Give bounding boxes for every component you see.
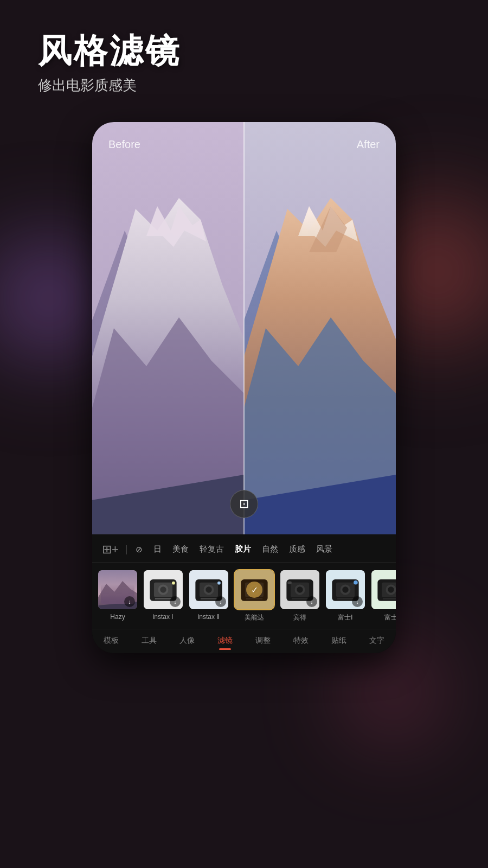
- compare-handle[interactable]: ⊡: [230, 490, 258, 518]
- filter-thumb-fushi2: ↓: [370, 569, 396, 610]
- filter-selected-check: ✓: [246, 582, 262, 598]
- svg-rect-35: [337, 598, 354, 599]
- main-title: 风格滤镜: [38, 33, 450, 69]
- tab-separator: |: [123, 544, 130, 555]
- svg-rect-16: [217, 582, 221, 585]
- svg-point-7: [160, 587, 166, 593]
- nav-label-adjust: 调整: [255, 636, 271, 646]
- label-before: Before: [108, 138, 140, 151]
- filter-item-instax1[interactable]: ↓ instax Ⅰ: [142, 569, 184, 622]
- filter-item-instax2[interactable]: ↓ instax Ⅱ: [188, 569, 230, 622]
- nav-label-filter: 滤镜: [217, 636, 233, 646]
- filter-label-instax2: instax Ⅱ: [198, 613, 220, 621]
- image-compare-area[interactable]: Before After ⊡: [92, 122, 396, 534]
- nav-item-tools[interactable]: 工具: [130, 635, 168, 646]
- filter-label-hazy: Hazy: [110, 613, 125, 621]
- svg-rect-22: [246, 598, 262, 599]
- svg-point-34: [342, 587, 348, 593]
- nav-item-template[interactable]: 模板: [92, 635, 130, 646]
- svg-rect-42: [383, 598, 396, 599]
- nav-item-effects[interactable]: 特效: [282, 635, 320, 646]
- header: 风格滤镜 修出电影质感美: [0, 0, 488, 106]
- nav-item-adjust[interactable]: 调整: [244, 635, 282, 646]
- filter-thumb-meida: ✓: [234, 569, 275, 610]
- filter-item-fushi2[interactable]: ↓ 富士: [370, 569, 396, 622]
- filter-label-instax1: instax Ⅰ: [153, 613, 174, 621]
- tab-no-filter[interactable]: ⊘: [130, 542, 148, 557]
- svg-rect-28: [292, 598, 308, 599]
- svg-point-14: [206, 587, 211, 593]
- nav-label-sticker: 贴纸: [331, 636, 346, 646]
- filter-thumb-fushi1: ↓: [325, 569, 366, 610]
- filter-thumb-inner-fushi2: [371, 570, 396, 609]
- filter-tabs: ⊞+ | ⊘ 日 美食 轻复古 胶片 自然 质感 风景: [92, 534, 396, 563]
- svg-point-36: [354, 580, 358, 585]
- nav-label-effects: 特效: [293, 636, 309, 646]
- filter-thumb-instax2: ↓: [188, 569, 229, 610]
- filter-item-fushi1[interactable]: ↓ 富士Ⅰ: [324, 569, 367, 622]
- nav-item-filter[interactable]: 滤镜: [206, 635, 244, 646]
- tab-day[interactable]: 日: [148, 542, 167, 557]
- nav-label-text: 文字: [369, 636, 384, 646]
- nav-item-sticker[interactable]: 贴纸: [320, 635, 358, 646]
- sub-title: 修出电影质感美: [38, 76, 450, 95]
- nav-item-text[interactable]: 文字: [358, 635, 396, 646]
- filter-grid-icon[interactable]: ⊞+: [98, 542, 123, 557]
- filter-thumb-binde: ↓: [279, 569, 320, 610]
- tab-nature[interactable]: 自然: [256, 542, 284, 557]
- nav-label-template: 模板: [104, 636, 119, 646]
- svg-point-41: [388, 587, 394, 593]
- tab-food[interactable]: 美食: [167, 542, 194, 557]
- nav-active-indicator: [219, 648, 231, 650]
- after-side: [244, 122, 396, 534]
- filter-thumb-instax1: ↓: [143, 569, 184, 610]
- filter-thumb-hazy: ↓: [97, 569, 138, 610]
- svg-rect-9: [172, 582, 175, 585]
- compare-icon: ⊡: [239, 497, 249, 511]
- filter-item-hazy[interactable]: ↓ Hazy: [97, 569, 139, 622]
- bottom-nav: 模板 工具 人像 滤镜 调整 特效 贴纸 文字: [92, 629, 396, 653]
- label-after: After: [357, 138, 380, 151]
- svg-rect-15: [201, 598, 217, 599]
- filter-item-binde[interactable]: ↓ 宾得: [279, 569, 321, 622]
- tab-retro[interactable]: 轻复古: [194, 542, 229, 557]
- filter-item-meida[interactable]: ✓ 美能达: [233, 569, 275, 622]
- svg-rect-8: [155, 598, 171, 599]
- tab-film[interactable]: 胶片: [229, 542, 256, 557]
- filter-label-meida: 美能达: [245, 613, 264, 622]
- filter-items-row: ↓ Hazy: [92, 563, 396, 629]
- filter-label-fushi2: 富士: [384, 613, 396, 622]
- filter-label-binde: 宾得: [293, 613, 306, 622]
- tab-landscape[interactable]: 风景: [311, 542, 338, 557]
- nav-label-portrait: 人像: [179, 636, 195, 646]
- tab-texture[interactable]: 质感: [284, 542, 311, 557]
- nav-item-portrait[interactable]: 人像: [168, 635, 206, 646]
- compare-divider: [243, 122, 245, 534]
- toolbar: ⊞+ | ⊘ 日 美食 轻复古 胶片 自然 质感 风景: [92, 534, 396, 653]
- before-side: [92, 122, 244, 534]
- svg-point-27: [297, 587, 303, 593]
- phone-mockup: Before After ⊡ ⊞+ | ⊘ 日 美食 轻复古 胶片 自然 质感 …: [92, 122, 396, 653]
- filter-label-fushi1: 富士Ⅰ: [338, 613, 353, 622]
- nav-label-tools: 工具: [142, 636, 157, 646]
- svg-rect-29: [287, 582, 292, 584]
